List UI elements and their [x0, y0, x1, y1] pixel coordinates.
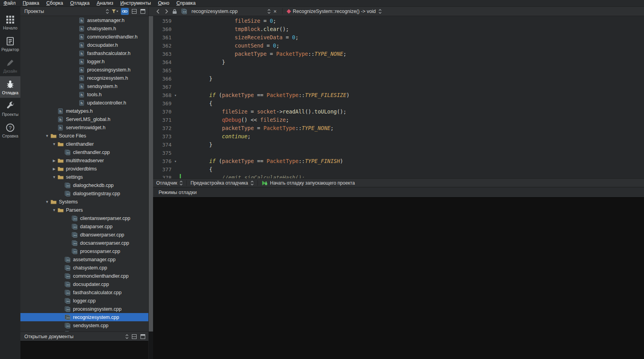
project-tree: hassetsmanager.hhchatsystem.hhcommonclie… [20, 16, 148, 332]
menu-item-analyze[interactable]: Анализ [93, 0, 117, 6]
tree-item-assetsmanager.cpp[interactable]: ++assetsmanager.cpp [20, 255, 148, 264]
line-number: 368 [153, 92, 174, 98]
tree-item-source-files[interactable]: ▼Source Files [20, 132, 148, 140]
tree-item-commonclienthandler.cpp[interactable]: ++commonclienthandler.cpp [20, 272, 148, 280]
split-icon[interactable] [131, 333, 137, 340]
tree-item-sendsystem.h[interactable]: hsendsystem.h [20, 82, 148, 90]
sidebar-item-welcome[interactable]: Начало [0, 11, 20, 33]
tree-item-tools.h[interactable]: htools.h [20, 90, 148, 99]
tree-item-processingsystem.h[interactable]: hprocessingsystem.h [20, 66, 148, 74]
filter-icon[interactable] [111, 8, 119, 15]
chevron-down-icon[interactable]: ▼ [44, 200, 50, 204]
open-documents-title[interactable]: Открытые документы [24, 334, 73, 339]
tree-item-docsupdater.cpp[interactable]: ++docsupdater.cpp [20, 280, 148, 288]
split-icon[interactable] [131, 8, 137, 15]
menu-item-file[interactable]: Файл [0, 0, 19, 6]
document-spin-icon[interactable] [267, 9, 271, 14]
lock-icon[interactable] [171, 7, 178, 15]
tree-item-processingsystem.cpp[interactable]: ++processingsystem.cpp [20, 305, 148, 313]
close-pane-icon[interactable] [140, 8, 146, 15]
chevron-right-icon[interactable]: ▶ [51, 159, 57, 163]
chevron-right-icon[interactable]: ▶ [51, 167, 57, 171]
close-pane-icon[interactable] [140, 333, 146, 340]
project-pane-title[interactable]: Проекты [24, 9, 44, 14]
tree-item-fasthashcalculator.cpp[interactable]: ++fasthashcalculator.cpp [20, 288, 148, 297]
tree-item-docsupdater.h[interactable]: hdocsupdater.h [20, 41, 148, 49]
start-debug-icon[interactable] [261, 180, 268, 187]
tree-item-clienthandler.cpp[interactable]: ++clienthandler.cpp [20, 148, 148, 156]
tree-item-fasthashcalculator.h[interactable]: hfasthashcalculator.h [20, 49, 148, 57]
chevron-down-icon[interactable]: ▼ [51, 142, 57, 146]
document-name: recognizesystem.cpp [192, 9, 237, 14]
tree-item-parsers[interactable]: ▼Parsers [20, 206, 148, 214]
pane-selector-spin-icon[interactable] [106, 9, 109, 14]
code-content[interactable]: fileSize = 0; tmpBlock.clear(); sizeRece… [181, 17, 644, 178]
tree-item-docsanswerparser.cpp[interactable]: ++docsanswerparser.cpp [20, 239, 148, 247]
debug-toolbar: Отладчик Преднастройка отладчика Начать … [153, 178, 644, 187]
menu-item-tools[interactable]: Инструменты [117, 0, 154, 6]
tree-item-assetsmanager.h[interactable]: hassetsmanager.h [20, 16, 148, 24]
menu-item-window[interactable]: Окно [154, 0, 173, 6]
line-number: 377 [153, 167, 174, 172]
sidebar-item-projects[interactable]: Проекты [0, 98, 20, 119]
start-debug-label[interactable]: Начать отладку запускающего проекта [270, 180, 355, 186]
divider [186, 180, 187, 186]
symbol-spin-icon[interactable] [378, 9, 382, 14]
tree-item-serverlms_global.h[interactable]: hServerLMS_global.h [20, 115, 148, 123]
tree-scrollbar[interactable] [148, 7, 153, 359]
code-editor[interactable]: 359360361362363364365366367368▾369370371… [153, 16, 644, 178]
chevron-down-icon[interactable]: ▼ [51, 208, 57, 212]
chevron-down-icon[interactable]: ▼ [44, 134, 50, 138]
scrollbar-thumb[interactable] [149, 16, 153, 332]
back-icon[interactable] [155, 7, 162, 15]
tree-item-logger.h[interactable]: hlogger.h [20, 57, 148, 66]
tree-item-dataparser.cpp[interactable]: ++dataparser.cpp [20, 222, 148, 231]
method-icon [286, 9, 291, 13]
tree-item-providerdblms[interactable]: ▶providerdblms [20, 165, 148, 173]
symbol-selector[interactable]: RecognizeSystem::recognize() -> void [286, 7, 383, 16]
open-documents-spin-icon[interactable] [125, 334, 129, 339]
tree-item-chatsystem.h[interactable]: hchatsystem.h [20, 24, 148, 33]
debugger-combo[interactable]: Отладчик [156, 180, 177, 186]
sidebar-item-design[interactable]: Дизайн [0, 55, 20, 76]
tree-item-systems[interactable]: ▼Systems [20, 198, 148, 206]
debug-preset-spin-icon[interactable] [250, 180, 254, 186]
debug-preset-combo[interactable]: Преднастройка отладчика [190, 180, 248, 186]
debugger-combo-spin-icon[interactable] [179, 180, 183, 186]
tree-item-recognizesystem.cpp[interactable]: ++recognizesystem.cpp [20, 313, 148, 321]
menu-item-help[interactable]: Справка [173, 0, 199, 6]
fold-marker-icon[interactable]: ▾ [174, 159, 181, 163]
tree-item-commonclienthandler.h[interactable]: hcommonclienthandler.h [20, 33, 148, 41]
tree-item-dialogsettingstray.cpp[interactable]: ++dialogsettingstray.cpp [20, 189, 148, 198]
tree-item-updatecontroller.h[interactable]: hupdatecontroller.h [20, 99, 148, 107]
divider [257, 180, 258, 186]
tree-item-logger.cpp[interactable]: ++logger.cpp [20, 297, 148, 305]
tree-item-dialogcheckdb.cpp[interactable]: ++dialogcheckdb.cpp [20, 181, 148, 189]
tree-item-chatsystem.cpp[interactable]: ++chatsystem.cpp [20, 264, 148, 272]
tree-item-settings[interactable]: ▼settings [20, 173, 148, 181]
tree-item-clientanswerparser.cpp[interactable]: ++clientanswerparser.cpp [20, 214, 148, 222]
folder-icon [57, 174, 64, 180]
line-number: 378 [153, 175, 174, 178]
tree-item-recognizesystem.h[interactable]: hrecognizesystem.h [20, 74, 148, 82]
close-document-icon[interactable]: × [273, 9, 277, 14]
sidebar-item-debug[interactable]: Отладка [0, 76, 20, 98]
menu-item-edit[interactable]: Правка [19, 0, 43, 6]
menu-item-debug[interactable]: Отладка [67, 0, 93, 6]
forward-icon[interactable] [163, 7, 170, 15]
menu-item-build[interactable]: Сборка [43, 0, 67, 6]
chevron-down-icon[interactable]: ▼ [51, 175, 57, 179]
tree-item-metatypes.h[interactable]: hmetatypes.h [20, 107, 148, 115]
tree-item-sendsystem.cpp[interactable]: ++sendsystem.cpp [20, 321, 148, 330]
sync-with-editor-icon[interactable] [121, 8, 129, 15]
tree-item-dbanswerparser.cpp[interactable]: ++dbanswerparser.cpp [20, 231, 148, 239]
sidebar-item-editor[interactable]: Редактор [0, 33, 20, 55]
tree-item-processparser.cpp[interactable]: ++processparser.cpp [20, 247, 148, 255]
fold-marker-icon[interactable]: ▾ [174, 93, 181, 97]
tree-item-multithreadserver[interactable]: ▶multithreadserver [20, 156, 148, 165]
tree-item-clienthandler[interactable]: ▼clienthandler [20, 140, 148, 148]
tree-item-serverlmswidget.h[interactable]: hserverlmswidget.h [20, 123, 148, 132]
sidebar-item-label: Начало [3, 26, 18, 30]
document-selector[interactable]: ++ recognizesystem.cpp × [179, 7, 279, 16]
sidebar-item-help[interactable]: ?Справка [0, 119, 20, 141]
